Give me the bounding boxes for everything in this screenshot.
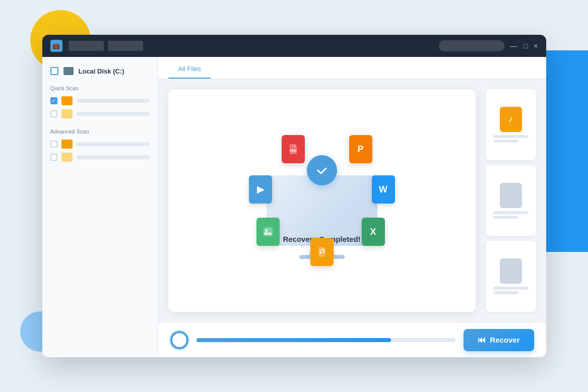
right-card-bar-3a: [493, 287, 529, 290]
recovery-illustration: PDF P ▶ W: [241, 130, 403, 271]
right-card-icon-3: [500, 258, 522, 284]
advanced-scan-checkbox-2[interactable]: [50, 154, 57, 161]
app-icon: 💼: [50, 40, 62, 52]
svg-text:PDF: PDF: [290, 149, 297, 153]
right-card-bar-1b: [493, 140, 518, 143]
right-card-icon-1: ♪: [500, 107, 522, 132]
bottom-bar: ⏮ Recover: [158, 322, 546, 357]
right-card-bars-2: [493, 211, 529, 219]
advanced-scan-checkbox-1[interactable]: [50, 141, 57, 148]
titlebar-controls: — □ ×: [439, 40, 538, 51]
close-button[interactable]: ×: [534, 42, 538, 49]
titlebar-search-bar: [439, 40, 504, 51]
scan-bar-4: [77, 155, 150, 159]
file-icon-excel: X: [362, 218, 385, 246]
quick-scan-checkbox-1[interactable]: [50, 97, 57, 104]
app-window: 💼 — □ × Local Disk (C:) Quick Scan: [42, 35, 546, 357]
right-card-bars-1: [493, 135, 529, 143]
folder-icon-1: [61, 96, 73, 105]
folder-icon-4: [61, 153, 73, 162]
progress-bar-fill: [197, 338, 391, 342]
sidebar: Local Disk (C:) Quick Scan Advanced Scan: [42, 57, 158, 357]
scan-bar-1: [77, 99, 150, 103]
tabs-bar: All Files: [158, 57, 546, 79]
file-icon-music: [310, 238, 334, 266]
quick-scan-label: Quick Scan: [50, 85, 150, 91]
recover-icon: ⏮: [478, 336, 486, 345]
tab-all-files[interactable]: All Files: [168, 58, 212, 79]
content-area: Local Disk (C:) Quick Scan Advanced Scan: [42, 57, 546, 357]
quick-scan-item-1[interactable]: [50, 96, 150, 105]
right-card-bar-2a: [493, 211, 529, 214]
right-card-2: [486, 165, 536, 236]
svg-rect-1: [264, 227, 273, 236]
right-card-3: [486, 241, 536, 312]
right-card-bar-1a: [493, 135, 529, 138]
right-card-icon-2: [500, 183, 522, 208]
file-icon-word: W: [372, 175, 395, 204]
file-icon-ppt: P: [349, 135, 372, 163]
advanced-scan-item-1[interactable]: [50, 140, 150, 149]
advanced-scan-item-2[interactable]: [50, 153, 150, 162]
titlebar-tabs: [69, 41, 439, 51]
folder-icon-3: [61, 140, 73, 149]
disk-name: Local Disk (C:): [79, 68, 124, 75]
file-icon-pdf: PDF: [282, 135, 305, 163]
right-card-bars-3: [493, 287, 529, 294]
scan-bar-3: [77, 142, 150, 146]
recover-button-label: Recover: [490, 336, 519, 344]
advanced-scan-items: [50, 140, 150, 162]
file-icon-image: [256, 218, 280, 246]
scan-bar-2: [77, 112, 150, 116]
titlebar-tab-1: [69, 41, 104, 51]
disk-checkbox[interactable]: [50, 67, 58, 75]
folder-icon-2: [61, 109, 73, 118]
minimize-button[interactable]: —: [510, 42, 517, 49]
recovery-card: PDF P ▶ W: [168, 89, 476, 312]
svg-point-3: [322, 251, 324, 253]
main-panel: All Files PDF: [158, 57, 546, 357]
right-card-bar-2b: [493, 216, 518, 219]
disk-icon: [63, 67, 74, 75]
quick-scan-items: [50, 96, 150, 118]
titlebar: 💼 — □ ×: [42, 35, 546, 57]
tab-2[interactable]: [211, 58, 231, 79]
quick-scan-item-2[interactable]: [50, 109, 150, 118]
disk-label[interactable]: Local Disk (C:): [50, 67, 150, 75]
right-cards-panel: ♪: [486, 89, 536, 312]
svg-point-2: [265, 229, 268, 232]
progress-bar-container: [197, 338, 456, 342]
right-card-bar-3b: [493, 291, 518, 294]
titlebar-tab-2: [108, 41, 143, 51]
quick-scan-checkbox-2[interactable]: [50, 110, 57, 117]
progress-circle: [170, 331, 188, 349]
file-icon-video: ▶: [249, 175, 272, 204]
right-card-1: ♪: [486, 89, 536, 160]
maximize-button[interactable]: □: [524, 42, 528, 49]
advanced-scan-label: Advanced Scan: [50, 128, 150, 135]
center-area: PDF P ▶ W: [158, 79, 546, 322]
check-circle: [307, 155, 337, 185]
recover-button[interactable]: ⏮ Recover: [464, 329, 534, 351]
